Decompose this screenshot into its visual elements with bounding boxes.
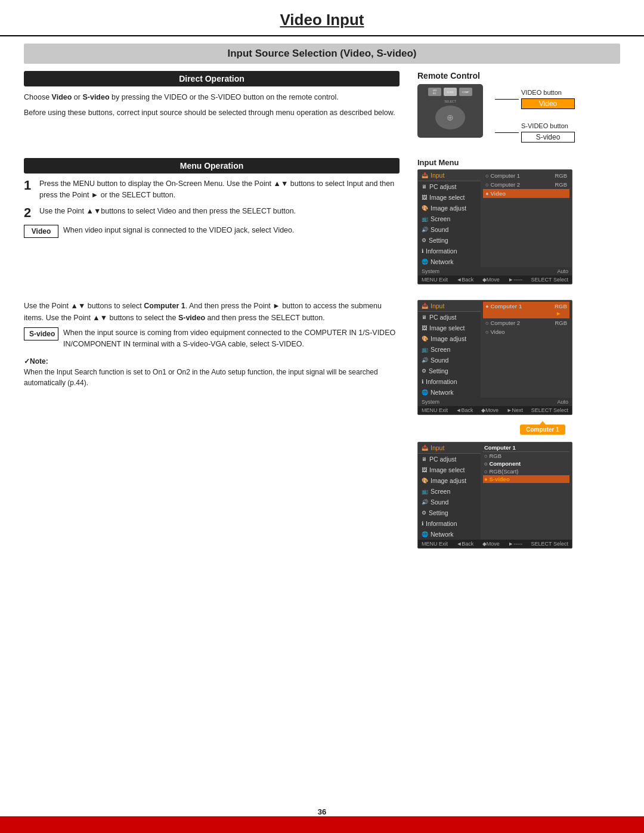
menu-row-imgselect-3: 🖼Image select xyxy=(418,465,481,475)
section-banner: Input Source Selection (Video, S-video) xyxy=(24,44,620,64)
menu-row-setting1: ⚙Setting xyxy=(418,235,481,246)
svideo-body: Use the Point ▲▼ buttons to select Compu… xyxy=(24,300,400,324)
note-title: ✓Note: xyxy=(24,356,400,367)
video-button-label: VIDEO button xyxy=(521,89,575,96)
menu-row-info-2: ℹInformation xyxy=(418,376,481,387)
sys-row-2: SystemAuto xyxy=(418,398,572,406)
remote-btn-video: VIDEO xyxy=(428,88,441,96)
menu-row-info1: ℹInformation xyxy=(418,246,481,256)
menu-row-sound-2: 🔊Sound xyxy=(418,355,481,366)
step-2: 2 Use the Point ▲▼buttons to select Vide… xyxy=(24,206,400,220)
computer-bubble: Computer 1 xyxy=(520,425,565,435)
svideo-badge: S-video xyxy=(24,327,58,340)
video-badge: Video xyxy=(24,225,58,238)
remote-image: VIDEO S-VID COMP SELECT ⊕ xyxy=(417,84,483,138)
menu-submenu-3: Computer 1 ○ RGB ○ Component ○ RGB(Scart… xyxy=(481,442,572,540)
remote-btn-svideo: S-VID xyxy=(444,88,457,96)
video-label-box: Video xyxy=(521,98,575,109)
menu-row-input-2: 📥Input ◄ xyxy=(418,301,481,312)
menu-row-imgadjust-2: 🎨Image adjust xyxy=(418,333,481,344)
menu-row-pcadjust-2: 🖥PC adjust xyxy=(418,312,481,323)
remote-btn-comp: COMP xyxy=(459,88,472,96)
menu-row-network-3: 🌐Network xyxy=(418,529,481,540)
remote-nav: ⊕ xyxy=(435,106,465,129)
video-badge-row: Video When video input signal is connect… xyxy=(24,225,400,238)
menu-row-sound1: 🔊Sound xyxy=(418,224,481,235)
menu-row-info-3: ℹInformation xyxy=(418,518,481,529)
menu-panel-2: 📥Input ◄ 🖥PC adjust 🖼Image select 🎨Image… xyxy=(417,300,572,415)
svideo-note: When the input source is coming from vid… xyxy=(63,327,400,350)
remote-diagram: VIDEO S-VID COMP SELECT ⊕ xyxy=(417,84,620,143)
menu-footer-2: MENU Exit◄Back◆Move►NextSELECT Select xyxy=(418,406,572,414)
menu-footer-3: MENU Exit◄Back◆Move►-----SELECT Select xyxy=(418,540,572,548)
sys-row-1: SystemAuto xyxy=(418,267,572,275)
step-1: 1 Press the MENU button to display the O… xyxy=(24,178,400,201)
menu-left-col-2: 📥Input ◄ 🖥PC adjust 🖼Image select 🎨Image… xyxy=(418,301,481,398)
menu-row-network-2: 🌐Network xyxy=(418,387,481,398)
direct-op-body1: Choose Video or S-video by pressing the … xyxy=(24,91,400,103)
menu-row-pcadjust: 🖥PC adjust xyxy=(418,181,481,192)
menu-footer-1: MENU Exit◄Back◆Move►-----SELECT Select xyxy=(418,275,572,284)
menu-row-pcadjust-3: 🖥PC adjust xyxy=(418,454,481,465)
menu-submenu-2: ● Computer 1RGB ► ○ Computer 2RGB ○ Vide… xyxy=(481,301,572,398)
menu-row-input-3: 📥Input ◄ xyxy=(418,442,481,454)
menu-row-screen: 📺Screen xyxy=(418,213,481,224)
svideo-label-box: S-video xyxy=(521,132,575,143)
remote-label: Remote Control xyxy=(417,71,620,80)
menu-op-header: Menu Operation xyxy=(24,158,400,174)
menu-row-network1: 🌐Network xyxy=(418,256,481,267)
note-section: ✓Note: When the Input Search function is… xyxy=(24,356,400,388)
menu-row-imgselect: 🖼Image select xyxy=(418,192,481,203)
direct-op-body2: Before using these buttons, correct inpu… xyxy=(24,107,400,119)
menu-row-screen-2: 📺Screen xyxy=(418,344,481,355)
direct-op-header: Direct Operation xyxy=(24,71,400,86)
video-note: When video input signal is connected to … xyxy=(63,225,295,236)
svideo-button-label: S-VIDEO button xyxy=(521,122,575,129)
page-title: Video Input xyxy=(0,0,644,36)
menu-row-imgadjust-3: 🎨Image adjust xyxy=(418,475,481,486)
menu-left-col-3: 📥Input ◄ 🖥PC adjust 🖼Image select 🎨Image… xyxy=(418,442,481,540)
menu-row-input: 📥Input ◄ xyxy=(418,170,481,181)
menu-row-imgselect-2: 🖼Image select xyxy=(418,323,481,333)
menu-row-setting-3: ⚙Setting xyxy=(418,507,481,518)
red-bar xyxy=(0,816,644,833)
menu-row-sound-3: 🔊Sound xyxy=(418,497,481,507)
svideo-section: Use the Point ▲▼ buttons to select Compu… xyxy=(0,300,644,552)
menu-submenu-1: ○ Computer 1RGB ○ Computer 2RGB ● Video xyxy=(481,170,572,267)
menu-row-imgadjust: 🎨Image adjust xyxy=(418,203,481,213)
menu-row-setting-2: ⚙Setting xyxy=(418,366,481,376)
menu-left-col-1: 📥Input ◄ 🖥PC adjust 🖼Image select 🎨Image… xyxy=(418,170,481,267)
input-menu-label: Input Menu xyxy=(417,158,620,167)
menu-panel-1: 📥Input ◄ 🖥PC adjust 🖼Image select 🎨Image… xyxy=(417,169,572,284)
note-body: When the Input Search function is set to… xyxy=(24,367,400,388)
svideo-badge-row: S-video When the input source is coming … xyxy=(24,327,400,350)
menus-stack: 📥Input ◄ 🖥PC adjust 🖼Image select 🎨Image… xyxy=(417,300,620,552)
menu-panel-3: 📥Input ◄ 🖥PC adjust 🖼Image select 🎨Image… xyxy=(417,442,572,549)
menu-row-screen-3: 📺Screen xyxy=(418,486,481,497)
